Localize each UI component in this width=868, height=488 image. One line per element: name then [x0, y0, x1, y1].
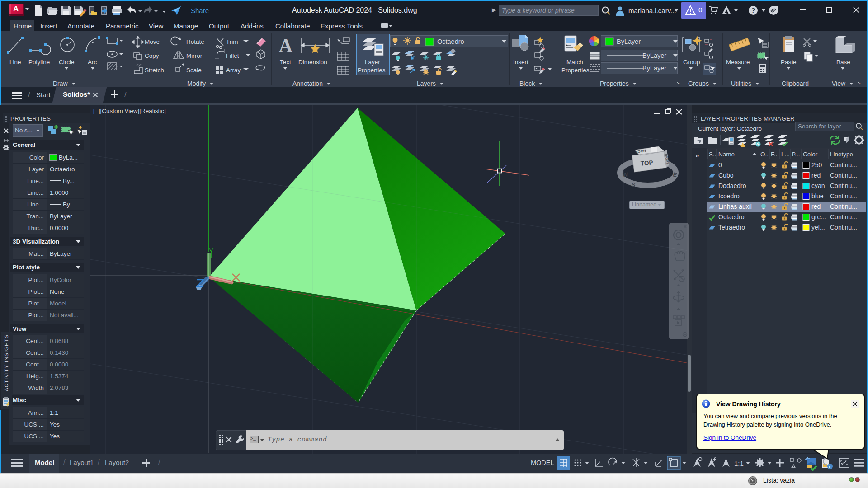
svg-text:BACK: BACK	[634, 149, 646, 155]
svg-text:W: W	[622, 171, 629, 178]
svg-text:P...: P...	[792, 151, 800, 158]
svg-text:Color: Color	[803, 151, 818, 158]
svg-text:?: ?	[751, 7, 755, 14]
svg-text:Name: Name	[718, 151, 735, 158]
svg-text:A: A	[279, 35, 293, 56]
svg-text:TOP: TOP	[640, 159, 653, 167]
svg-text:O..: O..	[760, 151, 769, 158]
svg-text:i: i	[829, 465, 830, 469]
svg-text:Linetype: Linetype	[830, 151, 853, 158]
svg-text:F...: F...	[771, 151, 779, 158]
svg-text:1:1: 1:1	[734, 460, 744, 467]
svg-text:S: S	[631, 181, 636, 188]
svg-text:L...: L...	[781, 151, 790, 158]
